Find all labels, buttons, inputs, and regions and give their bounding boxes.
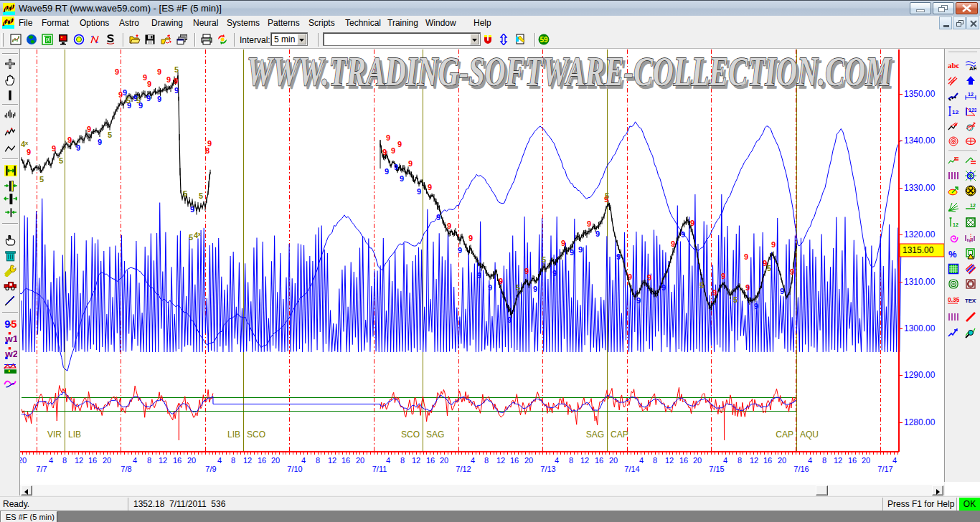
svg-text:5: 5 [733, 295, 738, 304]
svg-text:20: 20 [271, 456, 280, 465]
svg-text:12: 12 [496, 456, 505, 465]
svg-text:9: 9 [166, 75, 171, 84]
svg-text:CAP: CAP [611, 430, 628, 440]
svg-text:7/12: 7/12 [456, 465, 471, 473]
svg-text:12: 12 [412, 456, 420, 465]
svg-text:16: 16 [510, 456, 519, 465]
svg-text:16: 16 [426, 456, 435, 465]
svg-text:123: 123 [952, 109, 959, 115]
svg-text:LIB: LIB [68, 430, 81, 440]
svg-text:4: 4 [471, 456, 475, 465]
svg-text:20: 20 [103, 456, 111, 465]
svg-text:0.35: 0.35 [948, 296, 959, 303]
svg-text:9: 9 [712, 288, 717, 297]
svg-text:16: 16 [679, 456, 688, 465]
svg-text:9: 9 [394, 163, 398, 171]
svg-text:7/7: 7/7 [36, 465, 47, 473]
svg-text:9: 9 [499, 277, 503, 285]
svg-text:12: 12 [968, 92, 974, 97]
svg-text:7/17: 7/17 [877, 465, 892, 473]
svg-text:9: 9 [744, 252, 748, 261]
svg-text:8: 8 [822, 456, 826, 465]
svg-text:9: 9 [681, 230, 685, 239]
svg-text:9: 9 [146, 94, 151, 103]
svg-text:8: 8 [400, 456, 405, 465]
svg-text:9: 9 [382, 148, 387, 156]
svg-text:9: 9 [190, 205, 194, 214]
svg-text:5: 5 [605, 191, 609, 200]
svg-text:9: 9 [174, 86, 179, 95]
svg-text:20: 20 [778, 456, 786, 465]
svg-text:8: 8 [569, 456, 573, 465]
svg-text:9: 9 [157, 95, 161, 103]
svg-text:9: 9 [690, 219, 694, 227]
svg-text:9: 9 [76, 143, 80, 152]
svg-text:1320.00: 1320.00 [904, 229, 936, 239]
svg-text:9: 9 [447, 222, 451, 230]
svg-text:9: 9 [397, 140, 402, 148]
svg-text:20: 20 [609, 456, 618, 465]
svg-text:9: 9 [27, 148, 31, 156]
svg-text:12: 12 [243, 456, 252, 465]
svg-text:SAG: SAG [586, 430, 604, 440]
svg-text:9: 9 [400, 174, 404, 183]
svg-text:9: 9 [524, 267, 529, 275]
svg-text:1280.00: 1280.00 [904, 417, 936, 427]
svg-text:7/14: 7/14 [624, 465, 639, 473]
svg-text:12: 12 [953, 222, 958, 227]
svg-text:20: 20 [356, 456, 364, 465]
svg-text:16: 16 [88, 456, 97, 465]
svg-text:4: 4 [555, 456, 559, 465]
svg-text:5: 5 [126, 96, 131, 105]
svg-text:4: 4 [49, 456, 53, 465]
svg-text:SAG: SAG [426, 430, 444, 440]
svg-text:16: 16 [173, 456, 182, 465]
svg-text:9: 9 [616, 252, 621, 261]
svg-text:9: 9 [647, 273, 651, 282]
svg-text:SCO: SCO [401, 430, 420, 440]
svg-text:123: 123 [969, 108, 976, 113]
svg-text:9: 9 [561, 239, 565, 247]
svg-text:5: 5 [542, 255, 546, 264]
svg-text:4: 4 [386, 456, 390, 465]
svg-text:4: 4 [892, 456, 897, 465]
svg-text:9: 9 [771, 240, 776, 249]
svg-text:9: 9 [587, 219, 591, 228]
svg-text:16: 16 [595, 456, 603, 465]
svg-text:9: 9 [578, 245, 583, 254]
svg-text:12: 12 [834, 456, 842, 465]
svg-text:9: 9 [745, 283, 750, 292]
svg-text:1315.00: 1315.00 [903, 245, 934, 255]
svg-text:5: 5 [767, 264, 771, 272]
svg-text:12: 12 [665, 456, 674, 465]
svg-text:1350.00: 1350.00 [904, 89, 936, 99]
svg-text:9: 9 [636, 296, 641, 305]
svg-text:9: 9 [52, 144, 56, 153]
svg-text:AR: AR [969, 65, 976, 71]
svg-text:12: 12 [970, 203, 976, 208]
svg-text:12: 12 [75, 456, 83, 465]
svg-text:1310.00: 1310.00 [904, 277, 936, 287]
svg-text:9: 9 [436, 213, 440, 222]
svg-text:4: 4 [133, 456, 137, 465]
svg-text:9: 9 [207, 139, 212, 148]
svg-text:5: 5 [174, 65, 179, 74]
svg-text:9: 9 [790, 267, 794, 276]
svg-text:9: 9 [157, 67, 161, 76]
svg-text:20: 20 [862, 456, 870, 465]
svg-text:12: 12 [580, 456, 589, 465]
svg-text:9: 9 [4, 318, 10, 330]
svg-text:20: 20 [693, 456, 702, 465]
svg-text:8: 8 [147, 456, 151, 465]
svg-text:5: 5 [189, 233, 193, 242]
svg-text:1340.00: 1340.00 [904, 136, 936, 146]
svg-text:9: 9 [570, 248, 574, 257]
svg-text:8: 8 [653, 456, 657, 465]
svg-text:TEXT: TEXT [965, 298, 976, 304]
svg-text:9: 9 [468, 234, 473, 242]
svg-text:8: 8 [231, 456, 235, 465]
svg-text:4ˣ: 4ˣ [194, 231, 202, 239]
svg-text:SCO: SCO [247, 430, 265, 440]
svg-text:9: 9 [595, 229, 600, 238]
svg-text:9: 9 [671, 239, 675, 248]
